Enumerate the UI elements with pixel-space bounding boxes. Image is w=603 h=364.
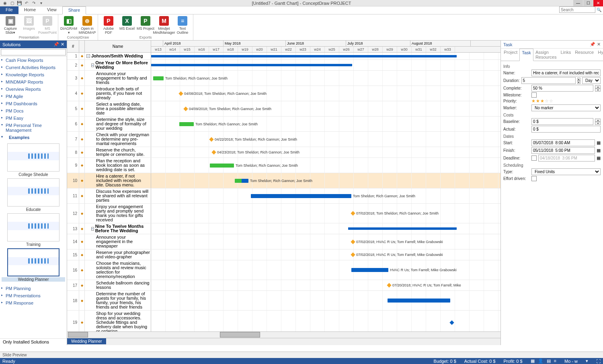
gantt-row[interactable]: 16◆Choose the musicians, soloists and re… [67,260,500,280]
gantt-chart-cell[interactable] [151,53,500,59]
capture-slide-button[interactable]: ▣Capture Slide▾ [2,15,19,35]
gantt-row[interactable]: 12◆Enjoy your engagement party and promp… [67,204,500,223]
gantt-chart-cell[interactable] [151,291,500,310]
example-thumb[interactable] [7,213,59,241]
effort-checkbox[interactable] [531,176,537,181]
solutions-search-input[interactable] [1,49,66,55]
gantt-chart-cell[interactable]: 07/02/2018; Tom Sheldon; Rich Gannon; Jo… [151,204,500,223]
gantt-chart-cell[interactable] [151,311,500,331]
gantt-row[interactable]: 18◆Determine the number of guests for yo… [67,291,500,311]
solution-item[interactable]: PM Planning [0,285,67,292]
gantt-chart-cell[interactable]: Tom Sheldon; Rich Gannon; Joe Smith [151,188,500,203]
pin-icon[interactable]: 📌 [53,42,59,47]
ms-project-button[interactable]: PMS Project [137,15,154,35]
deadline-checkbox[interactable] [531,155,537,161]
gantt-chart-cell[interactable]: HVAC R Us; Tom Farrell; Mike Grabowski [151,260,500,280]
duration-input[interactable] [521,77,576,84]
gantt-chart-cell[interactable]: 04/09/2018; Tom Sheldon; Rich Gannon; Jo… [151,101,500,116]
example-thumb[interactable] [7,248,59,276]
save-icon[interactable]: 💾 [17,1,22,6]
slide-preview-bar[interactable]: Slide Preview [0,352,603,358]
baseline-input[interactable] [531,118,593,125]
task-tab[interactable]: Links [558,49,573,61]
calendar-icon[interactable]: ▦ [597,140,601,145]
pin-icon[interactable]: 📌 [590,42,595,47]
images-button[interactable]: 🖼Images [20,15,38,35]
type-select[interactable]: Fixed Units [531,168,601,175]
expand-icon[interactable]: − [91,63,94,67]
solution-item[interactable]: Knowledge Reports [0,71,67,78]
solution-item[interactable]: PM Agile [0,93,67,100]
task-bar[interactable] [388,299,450,303]
solution-item[interactable]: PM Dashboards [0,100,67,107]
gantt-hscroll[interactable] [67,331,500,338]
close-panel-icon[interactable]: ✕ [597,42,601,47]
task-bar[interactable] [210,164,234,168]
ms-powerpoint-button[interactable]: PMS PowerPoint [39,15,56,35]
ms-excel-button[interactable]: XMS Excel [118,15,136,35]
summary-bar[interactable] [151,64,352,66]
search-input[interactable] [559,6,595,13]
milestone-icon[interactable] [183,106,188,111]
task-bar[interactable] [251,194,351,198]
task-bar[interactable] [351,268,388,272]
marker-select[interactable]: No marker [531,104,601,111]
task-tab[interactable]: Task [519,49,533,61]
adobe-pdf-button[interactable]: PAdobe PDF [100,15,117,35]
milestone-icon[interactable] [351,211,355,215]
priority-stars[interactable]: ★★★☆☆ [531,98,554,104]
milestone-icon[interactable] [211,150,216,154]
example-thumb[interactable] [7,178,59,207]
tab-home[interactable]: Home [18,6,41,14]
complete-input[interactable] [531,85,593,92]
gantt-chart-cell[interactable]: Tom Sheldon; Rich Gannon; Joe Smith [151,117,500,131]
milestone-checkbox[interactable] [531,92,537,98]
solution-item[interactable]: PM Docs [0,107,67,115]
view-icon[interactable]: ≡ [554,358,556,364]
gantt-row[interactable]: 13◆−Nine To Twelve Months Before The Wed… [67,223,500,234]
task-bar[interactable] [179,122,194,126]
finish-input[interactable] [531,147,595,154]
solution-item[interactable]: PM Personal Time Management [0,122,67,134]
gantt-row[interactable]: 14◆Announce your engagement in the newsp… [67,234,500,249]
solution-item[interactable]: Current Activities Reports [0,64,67,71]
gantt-chart-cell[interactable] [151,223,500,234]
gantt-row[interactable]: 8◆Reserve the church, temple or ceremony… [67,147,500,158]
view-icon[interactable]: ▤ [547,358,551,364]
gantt-chart-cell[interactable] [151,60,500,70]
gantt-chart-cell[interactable]: 07/20/2018; HVAC R Us; Tom Farrell; Mike [151,280,500,290]
gantt-body[interactable]: 1◆−Johnson/Smith Wedding2◆−One Year Or M… [67,53,500,331]
milestone-icon[interactable] [351,239,355,244]
solution-item[interactable]: PM Easy [0,115,67,122]
qat-dropdown-icon[interactable]: ▾ [39,1,43,6]
milestone-icon[interactable] [449,320,454,325]
gantt-chart-cell[interactable]: 04/23/2018; Tom Sheldon; Rich Gannon; Jo… [151,147,500,157]
gantt-chart-cell[interactable]: 04/22/2018; Tom Sheldon; Rich Gannon; Jo… [151,132,500,147]
task-bar[interactable] [153,76,164,80]
open-mindmap-button[interactable]: ⊚Open in MINDMAP [78,15,96,35]
task-tab[interactable]: Assign Resources [533,49,559,61]
gantt-row[interactable]: 6◆Determine the style, size and degree o… [67,117,500,132]
view-icon[interactable]: ▦ [531,358,535,364]
actual-input[interactable] [531,126,601,133]
maximize-button[interactable]: ☐ [583,0,593,6]
example-thumb[interactable] [7,143,59,172]
summary-bar[interactable] [348,227,457,230]
gantt-row[interactable]: 1◆−Johnson/Smith Wedding [67,53,500,60]
summary-bar[interactable] [151,55,457,57]
gantt-row[interactable]: 15◆Reserve your photographer and video-g… [67,249,500,260]
gantt-row[interactable]: 5◆Select a wedding date, time a possible… [67,101,500,117]
milestone-icon[interactable] [178,91,183,96]
gantt-chart-cell[interactable]: 07/02/2018; HVAC R Us; Tom Farrell; Mike… [151,234,500,249]
duration-unit-select[interactable]: Days [582,77,601,84]
diagram-button[interactable]: ◧DIAGRAM ▾ [60,15,78,35]
gantt-row[interactable]: 17◆Schedule ballroom dancing lessons07/2… [67,280,500,291]
gantt-chart-cell[interactable]: Tom Sheldon; Rich Gannon; Joe Smith [151,158,500,173]
fullscreen-icon[interactable]: ⛶ [596,359,601,364]
gantt-row[interactable]: 9◆Plan the reception and book location a… [67,158,500,173]
text-outline-button[interactable]: ≡Text Outline [174,15,191,35]
worksheet-tab-wedding[interactable]: Wedding Planner [67,338,106,344]
close-panel-icon[interactable]: ✕ [61,42,64,47]
gantt-row[interactable]: 7◆Check with your clergyman to determine… [67,132,500,147]
view-icon[interactable]: 👤 [538,358,544,364]
